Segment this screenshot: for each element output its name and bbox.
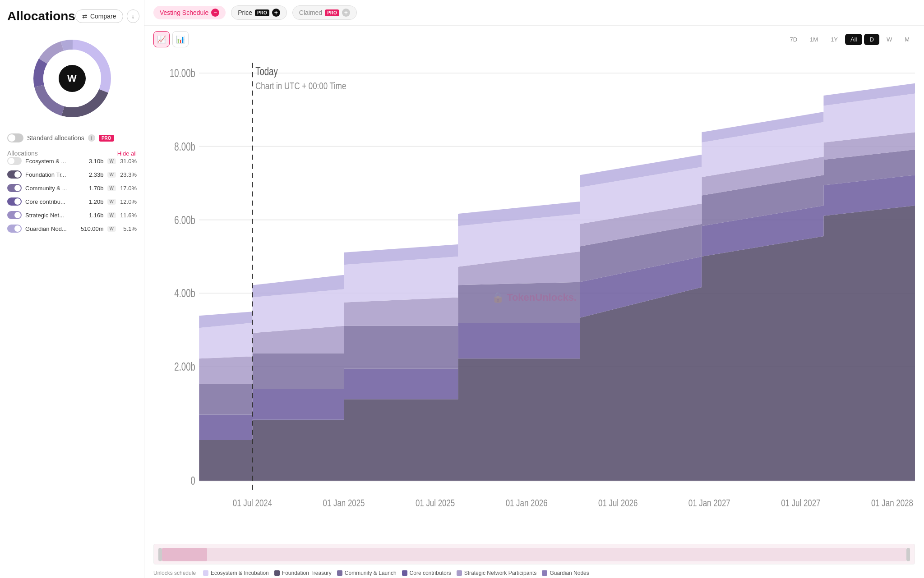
alloc-item-strategic: Strategic Net... 1.16b W 11.6% <box>7 211 137 219</box>
legend-item-guardian: Guardian Nodes <box>542 570 589 576</box>
alloc-name-strategic: Strategic Net... <box>25 212 85 219</box>
alloc-track-strategic <box>7 211 22 219</box>
svg-text:Chart in UTC + 00:00 Time: Chart in UTC + 00:00 Time <box>255 80 346 92</box>
legend-label-community: Community & Launch <box>345 570 397 576</box>
price-pill[interactable]: Price PRO + <box>231 5 287 20</box>
legend-dot-strategic <box>457 570 462 576</box>
time-btn-all[interactable]: All <box>845 34 862 45</box>
bar-chart-button[interactable]: 📊 <box>172 31 189 47</box>
toggle-thumb <box>8 134 15 142</box>
alloc-track-core <box>7 197 22 206</box>
hide-all-button[interactable]: Hide all <box>117 150 137 157</box>
svg-text:01 Jul 2027: 01 Jul 2027 <box>781 497 820 508</box>
scrollbar-handle-left[interactable] <box>158 548 162 561</box>
page-title: Allocations <box>7 9 75 23</box>
alloc-item-core: Core contribu... 1.20b W 12.0% <box>7 197 137 206</box>
alloc-toggle-foundation[interactable] <box>7 170 22 179</box>
legend-dot-core <box>402 570 407 576</box>
standard-allocations-row: Standard allocations i PRO <box>7 133 137 142</box>
svg-text:4.00b: 4.00b <box>174 287 195 300</box>
alloc-toggle-core[interactable] <box>7 197 22 206</box>
scrollbar-handle-right[interactable] <box>906 548 910 561</box>
svg-text:01 Jan 2027: 01 Jan 2027 <box>688 497 730 508</box>
bar-chart-icon: 📊 <box>176 35 185 44</box>
alloc-w-badge-guardian: W <box>107 226 116 232</box>
vesting-schedule-pill[interactable]: Vesting Schedule − <box>153 6 226 19</box>
svg-text:10.00b: 10.00b <box>170 67 195 80</box>
legend-label-ecosystem: Ecosystem & Incubation <box>211 570 269 576</box>
allocations-label: Allocations <box>7 150 38 157</box>
svg-text:01 Jul 2025: 01 Jul 2025 <box>416 497 455 508</box>
pro-badge: PRO <box>99 135 114 142</box>
allocations-list: Ecosystem & ... 3.10b W 31.0% Foundation… <box>7 157 137 233</box>
standard-allocations-toggle[interactable] <box>7 133 23 142</box>
claimed-pill[interactable]: Claimed PRO + <box>292 5 357 20</box>
alloc-thumb-foundation <box>14 171 21 178</box>
time-btn-1m[interactable]: 1M <box>804 34 823 45</box>
alloc-w-badge-core: W <box>107 199 116 205</box>
svg-text:01 Jul 2026: 01 Jul 2026 <box>598 497 638 508</box>
alloc-amount-core: 1.20b <box>89 198 104 205</box>
time-btn-m[interactable]: M <box>899 34 915 45</box>
legend-label-foundation: Foundation Treasury <box>282 570 332 576</box>
alloc-thumb-strategic <box>14 212 21 218</box>
legend-dot-ecosystem <box>203 570 208 576</box>
alloc-item-ecosystem: Ecosystem & ... 3.10b W 31.0% <box>7 157 137 165</box>
alloc-name-core: Core contribu... <box>25 198 85 205</box>
legend-label-strategic: Strategic Network Participants <box>464 570 537 576</box>
alloc-pct-community: 17.0% <box>120 185 137 192</box>
legend-item-community: Community & Launch <box>337 570 397 576</box>
line-chart-icon: 📈 <box>157 35 166 44</box>
legend-dot-community <box>337 570 342 576</box>
remove-vesting-icon[interactable]: − <box>211 9 219 17</box>
standard-allocations-label: Standard allocations <box>27 134 84 142</box>
donut-chart-wrapper: W <box>7 31 137 126</box>
top-navigation: Vesting Schedule − Price PRO + Claimed P… <box>144 0 924 26</box>
add-price-icon[interactable]: + <box>272 9 280 17</box>
alloc-toggle-strategic[interactable] <box>7 211 22 219</box>
donut-chart: W <box>32 38 113 119</box>
alloc-amount-community: 1.70b <box>89 185 104 192</box>
add-claimed-icon[interactable]: + <box>342 9 350 17</box>
alloc-amount-foundation: 2.33b <box>89 171 104 178</box>
alloc-thumb-core <box>14 198 21 205</box>
time-btn-w[interactable]: W <box>881 34 897 45</box>
alloc-toggle-community[interactable] <box>7 184 22 192</box>
vesting-schedule-label: Vesting Schedule <box>160 9 208 16</box>
price-pro-badge: PRO <box>255 9 269 16</box>
scrollbar-range <box>162 548 906 561</box>
alloc-pct-guardian: 5.1% <box>120 225 137 232</box>
alloc-pct-core: 12.0% <box>120 198 137 205</box>
alloc-name-community: Community & ... <box>25 185 85 192</box>
time-btn-d[interactable]: D <box>864 34 879 45</box>
chart-area: 📈 📊 7D1M1YAllDWM 10.00b 8.00b <box>144 26 924 578</box>
time-btn-1y[interactable]: 1Y <box>825 34 843 45</box>
svg-text:0: 0 <box>191 475 195 487</box>
alloc-toggle-ecosystem[interactable] <box>7 157 22 165</box>
download-button[interactable]: ↓ <box>127 9 140 23</box>
legend-item-ecosystem: Ecosystem & Incubation <box>203 570 269 576</box>
toggle-track <box>7 133 23 142</box>
allocations-section: Allocations Hide all Ecosystem & ... 3.1… <box>7 150 137 233</box>
chart-svg-wrapper: 10.00b 8.00b 6.00b 4.00b 2.00b 0 <box>153 53 915 542</box>
svg-text:01 Jan 2028: 01 Jan 2028 <box>871 497 913 508</box>
time-btn-7d[interactable]: 7D <box>784 34 803 45</box>
svg-text:6.00b: 6.00b <box>174 214 195 226</box>
line-chart-button[interactable]: 📈 <box>153 31 170 47</box>
legend-prefix: Unlocks schedule <box>153 570 196 576</box>
legend-item-strategic: Strategic Network Participants <box>457 570 537 576</box>
price-label: Price <box>238 9 252 16</box>
info-icon[interactable]: i <box>88 134 95 142</box>
compare-button[interactable]: ⇄ Compare <box>75 9 123 23</box>
alloc-thumb-guardian <box>14 225 21 232</box>
main-chart-svg: 10.00b 8.00b 6.00b 4.00b 2.00b 0 <box>153 53 915 542</box>
chart-scrollbar[interactable] <box>153 544 915 564</box>
alloc-track-ecosystem <box>7 157 22 165</box>
alloc-thumb-ecosystem <box>8 158 14 164</box>
alloc-name-ecosystem: Ecosystem & ... <box>25 158 85 165</box>
legend-dot-foundation <box>274 570 280 576</box>
alloc-thumb-community <box>14 185 21 191</box>
alloc-toggle-guardian[interactable] <box>7 225 22 233</box>
alloc-track-community <box>7 184 22 192</box>
alloc-name-guardian: Guardian Nod... <box>25 225 77 232</box>
